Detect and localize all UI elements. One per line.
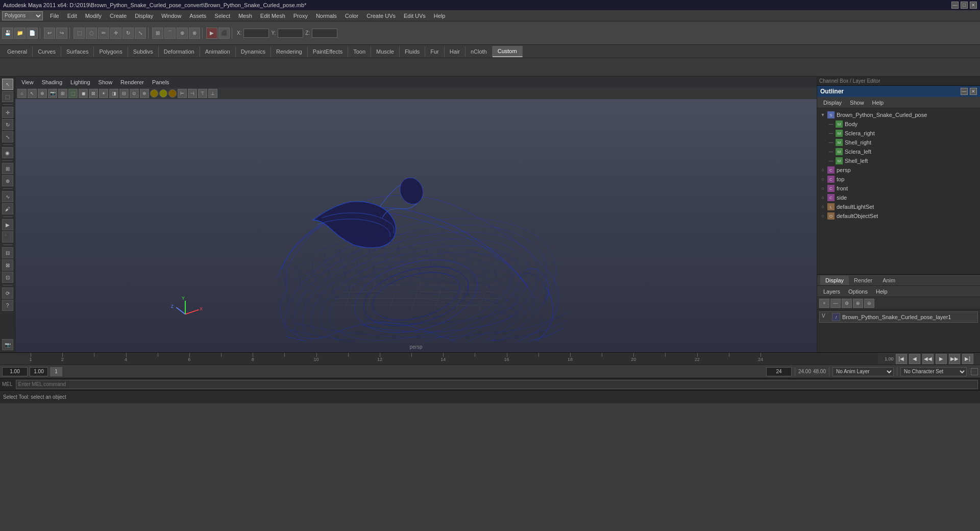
timeline-ruler[interactable]: // Will be rendered by script below 1246… [31, 353, 878, 365]
tool-move[interactable]: ✛ [110, 28, 121, 39]
hide-btn[interactable]: ⊡ [2, 272, 13, 283]
minimize-button[interactable]: — [951, 2, 959, 9]
menu-modify[interactable]: Modify [81, 12, 106, 20]
lasso-tool-btn[interactable]: ⬚ [2, 91, 13, 102]
tool-paint[interactable]: ✏ [98, 28, 109, 39]
y-input[interactable] [278, 29, 303, 38]
scale-tool-btn[interactable]: ⤡ [2, 131, 13, 142]
outliner-item-shell-right[interactable]: — M Shell_right [825, 138, 980, 147]
mel-input[interactable] [16, 380, 978, 389]
tab-render[interactable]: Render [849, 276, 877, 285]
x-input[interactable] [243, 29, 269, 38]
outliner-win-controls[interactable]: — ✕ [961, 88, 977, 95]
tab-anim[interactable]: Anim [877, 276, 900, 285]
outliner-menu-show[interactable]: Show [846, 99, 868, 107]
show-grid-btn[interactable]: ⊟ [2, 247, 13, 258]
tab-animation[interactable]: Animation [200, 46, 236, 57]
menu-create-uvs[interactable]: Create UVs [362, 12, 400, 20]
bc-expand-btn[interactable] [971, 368, 978, 375]
vp-menu-renderer[interactable]: Renderer [116, 78, 148, 86]
outliner-menu-help[interactable]: Help [868, 99, 888, 107]
tool-select[interactable]: ⬚ [74, 28, 85, 39]
mode-selector[interactable]: Polygons [2, 11, 43, 20]
outliner-item-top[interactable]: ○ C top [817, 175, 980, 184]
character-set-select[interactable]: No Character Set [900, 367, 967, 376]
render-btn[interactable]: ▶ [2, 219, 13, 230]
tab-fluids[interactable]: Fluids [400, 46, 425, 57]
tool-snap-point[interactable]: ⊕ [177, 28, 188, 39]
layer-item-1[interactable]: V / Brown_Python_Snake_Curled_pose_layer… [819, 311, 978, 323]
show-manip-btn[interactable]: ⊞ [2, 163, 13, 174]
layer-connect-btn[interactable]: ⊕ [853, 299, 863, 308]
tab-general[interactable]: General [2, 46, 33, 57]
tab-hair[interactable]: Hair [445, 46, 465, 57]
menu-mesh[interactable]: Mesh [234, 12, 256, 20]
tool-scale[interactable]: ⤡ [135, 28, 146, 39]
vp-menu-panels[interactable]: Panels [148, 78, 174, 86]
maximize-button[interactable]: □ [961, 2, 968, 9]
tool-snap-view[interactable]: ⊗ [189, 28, 200, 39]
vp-snap3-btn[interactable]: ⊤ [198, 89, 207, 98]
layer-settings-btn[interactable]: ⚙ [842, 299, 852, 308]
ipr-btn[interactable]: ⬛ [2, 231, 13, 243]
tab-custom[interactable]: Custom [493, 46, 523, 57]
move-tool-btn[interactable]: ✛ [2, 107, 13, 118]
tab-surfaces[interactable]: Surfaces [61, 46, 94, 57]
vp-joint-btn[interactable]: ⊛ [140, 89, 149, 98]
vp-texture-btn[interactable]: ⊠ [89, 89, 98, 98]
menu-edit-uvs[interactable]: Edit UVs [400, 12, 430, 20]
close-button[interactable]: ✕ [970, 2, 977, 9]
tool-render[interactable]: ▶ [206, 28, 217, 39]
camera-btn[interactable]: 📷 [2, 339, 13, 350]
rotate-tool-btn[interactable]: ↻ [2, 119, 13, 130]
tool-lasso[interactable]: ◌ [86, 28, 97, 39]
select-tool-btn[interactable]: ↖ [2, 79, 13, 90]
vp-select-btn[interactable]: ↖ [28, 89, 37, 98]
tab-polygons[interactable]: Polygons [94, 46, 128, 57]
vp-menu-shading[interactable]: Shading [38, 78, 66, 86]
vp-home-btn[interactable]: ⌂ [17, 89, 27, 98]
menu-help[interactable]: Help [430, 12, 450, 20]
tab-muscle[interactable]: Muscle [371, 46, 400, 57]
vp-snap1-btn[interactable]: ⊢ [178, 89, 187, 98]
transport-reverse-btn[interactable]: ◀◀ [922, 354, 934, 364]
transport-start-btn[interactable]: |◀ [896, 354, 907, 364]
tab-rendering[interactable]: Rendering [271, 46, 308, 57]
transport-play-btn[interactable]: ▶ [936, 354, 947, 364]
tool-ipr[interactable]: ⬛ [218, 28, 230, 39]
tool-snap-grid[interactable]: ⊞ [152, 28, 163, 39]
vp-wireoverlay-btn[interactable]: ⊟ [119, 89, 129, 98]
outliner-item-sclera-left[interactable]: — M Sclera_left [825, 147, 980, 156]
tab-deformation[interactable]: Deformation [159, 46, 200, 57]
outliner-close[interactable]: ✕ [970, 88, 977, 95]
outliner-item-front[interactable]: ○ C front [817, 184, 980, 193]
outliner-item-objectset[interactable]: ○ O defaultObjectSet [817, 211, 980, 221]
paint-tool-btn[interactable]: 🖌 [2, 203, 13, 214]
vp-menu-show[interactable]: Show [94, 78, 117, 86]
curve-tool-btn[interactable]: ∿ [2, 191, 13, 202]
vp-light-btn[interactable]: ☀ [99, 89, 108, 98]
frame-end-input[interactable] [766, 367, 792, 376]
tab-curves[interactable]: Curves [33, 46, 61, 57]
frame-current-input[interactable] [30, 367, 48, 376]
outliner-minimize[interactable]: — [961, 88, 968, 95]
vp-xray-btn[interactable]: ⊙ [130, 89, 139, 98]
menu-file[interactable]: File [46, 12, 63, 20]
layers-menu-options[interactable]: Options [844, 287, 872, 296]
soft-select-btn[interactable]: ◉ [2, 147, 13, 158]
menu-proxy[interactable]: Proxy [289, 12, 312, 20]
outliner-item-body[interactable]: — M Body [825, 119, 980, 129]
menu-color[interactable]: Color [341, 12, 362, 20]
layer-disconnect-btn[interactable]: ⊖ [864, 299, 874, 308]
vp-grid-btn[interactable]: ⊞ [58, 89, 67, 98]
viewport[interactable]: View Shading Lighting Show Renderer Pane… [15, 77, 817, 352]
transport-next-btn[interactable]: ▶| [962, 354, 973, 364]
vp-light1-btn[interactable] [150, 89, 158, 98]
vp-resolution-btn[interactable]: ⊥ [208, 89, 217, 98]
tab-subdivs[interactable]: Subdivs [128, 46, 159, 57]
vp-move-btn[interactable]: ⊕ [38, 89, 47, 98]
window-controls[interactable]: — □ ✕ [951, 2, 977, 9]
tab-fur[interactable]: Fur [425, 46, 445, 57]
outliner-item-scene[interactable]: ▼ S Brown_Python_Snake_Curled_pose [817, 110, 980, 119]
help-btn[interactable]: ? [2, 300, 13, 311]
